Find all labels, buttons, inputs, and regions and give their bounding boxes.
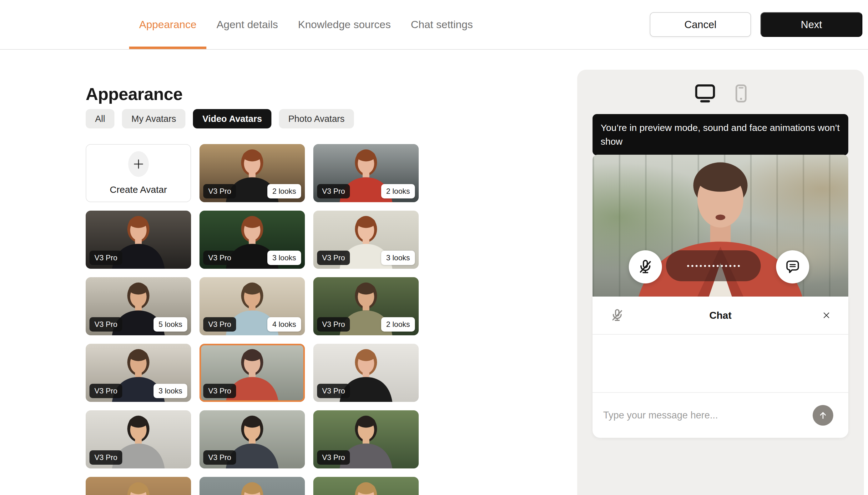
avatar-card[interactable]: V3 Pro 2 looks: [200, 144, 305, 202]
avatar-card[interactable]: V3 Pro: [313, 410, 419, 468]
create-avatar-label: Create Avatar: [110, 184, 167, 195]
chat-message-input[interactable]: [603, 409, 791, 421]
avatar-thumbnail: [313, 477, 419, 495]
avatar-thumbnail: [200, 477, 305, 495]
filter-all[interactable]: All: [86, 109, 114, 129]
page-title: Appearance: [86, 84, 183, 104]
v3-pro-badge: V3 Pro: [203, 317, 236, 331]
close-icon[interactable]: [821, 310, 831, 320]
avatar-filters: All My Avatars Video Avatars Photo Avata…: [86, 109, 354, 129]
v3-pro-badge: V3 Pro: [89, 450, 122, 465]
next-button[interactable]: Next: [761, 12, 862, 37]
looks-badge: 3 looks: [267, 251, 301, 265]
desktop-preview-icon[interactable]: [695, 84, 715, 103]
tab-label: Appearance: [139, 18, 196, 31]
avatar-card[interactable]: V3 Pro: [86, 410, 191, 468]
looks-badge: 3 looks: [381, 251, 415, 265]
chat-input-row: [592, 393, 848, 438]
create-avatar-card[interactable]: Create Avatar: [86, 144, 191, 202]
v3-pro-badge: V3 Pro: [203, 251, 236, 265]
top-bar: Appearance Agent details Knowledge sourc…: [0, 0, 868, 50]
avatar-thumbnail: [86, 477, 191, 495]
tab-label: Knowledge sources: [298, 18, 391, 31]
mic-muted-button[interactable]: [629, 250, 662, 284]
looks-badge: 2 looks: [381, 317, 415, 331]
avatar-card[interactable]: [200, 477, 305, 495]
chat-panel: Chat: [592, 296, 848, 438]
filter-my-avatars[interactable]: My Avatars: [122, 109, 185, 129]
mobile-preview-icon[interactable]: [735, 84, 747, 103]
tab-appearance[interactable]: Appearance: [139, 0, 196, 49]
tab-agent-details[interactable]: Agent details: [216, 0, 278, 49]
avatar-card[interactable]: [313, 477, 419, 495]
looks-badge: 4 looks: [267, 317, 301, 331]
chat-messages-area: [592, 335, 848, 393]
tab-knowledge-sources[interactable]: Knowledge sources: [298, 0, 391, 49]
chat-header: Chat: [592, 296, 848, 335]
looks-badge: 2 looks: [267, 184, 301, 199]
wizard-tabs: Appearance Agent details Knowledge sourc…: [139, 0, 473, 49]
header-actions: Cancel Next: [650, 12, 862, 37]
avatar-grid: Create Avatar V3 Pro 2 looks V3 Pro 2 lo…: [86, 144, 419, 495]
avatar-card[interactable]: V3 Pro 3 looks: [200, 211, 305, 269]
avatar-card[interactable]: V3 Pro 3 looks: [86, 344, 191, 402]
looks-badge: 3 looks: [153, 384, 187, 398]
preview-mode-banner: You’re in preview mode, sound and face a…: [592, 114, 848, 155]
avatar-card[interactable]: V3 Pro 2 looks: [313, 277, 419, 335]
v3-pro-badge: V3 Pro: [317, 251, 350, 265]
chat-title: Chat: [592, 310, 848, 321]
preview-panel: You’re in preview mode, sound and face a…: [577, 70, 864, 495]
voice-activity-dots: [686, 265, 741, 267]
cancel-button[interactable]: Cancel: [650, 12, 751, 37]
device-toggle: [577, 83, 864, 103]
filter-photo-avatars[interactable]: Photo Avatars: [279, 109, 354, 129]
tab-label: Chat settings: [411, 18, 473, 31]
v3-pro-badge: V3 Pro: [317, 450, 350, 465]
v3-pro-badge: V3 Pro: [317, 184, 350, 199]
voice-activity-pill: [666, 250, 761, 281]
v3-pro-badge: V3 Pro: [203, 184, 236, 199]
avatar-card[interactable]: V3 Pro 2 looks: [313, 144, 419, 202]
avatar-card[interactable]: V3 Pro: [86, 211, 191, 269]
send-message-button[interactable]: [813, 405, 833, 426]
v3-pro-badge: V3 Pro: [317, 384, 350, 398]
v3-pro-badge: V3 Pro: [89, 317, 122, 331]
looks-badge: 5 looks: [153, 317, 187, 331]
tab-label: Agent details: [216, 18, 278, 31]
avatar-card[interactable]: V3 Pro 3 looks: [313, 211, 419, 269]
avatar-card[interactable]: V3 Pro: [200, 410, 305, 468]
v3-pro-badge: V3 Pro: [317, 317, 350, 331]
avatar-video-preview: [592, 155, 848, 296]
avatar-card[interactable]: [86, 477, 191, 495]
avatar-card[interactable]: V3 Pro 5 looks: [86, 277, 191, 335]
tab-chat-settings[interactable]: Chat settings: [411, 0, 473, 49]
v3-pro-badge: V3 Pro: [203, 450, 236, 465]
avatar-card[interactable]: V3 Pro: [313, 344, 419, 402]
plus-icon: [128, 151, 149, 177]
avatar-card[interactable]: V3 Pro: [200, 344, 305, 402]
v3-pro-badge: V3 Pro: [89, 384, 122, 398]
v3-pro-badge: V3 Pro: [89, 251, 122, 265]
avatar-card[interactable]: V3 Pro 4 looks: [200, 277, 305, 335]
v3-pro-badge: V3 Pro: [203, 384, 236, 398]
looks-badge: 2 looks: [381, 184, 415, 199]
filter-video-avatars[interactable]: Video Avatars: [193, 109, 271, 129]
chat-bubble-button[interactable]: [776, 250, 809, 284]
